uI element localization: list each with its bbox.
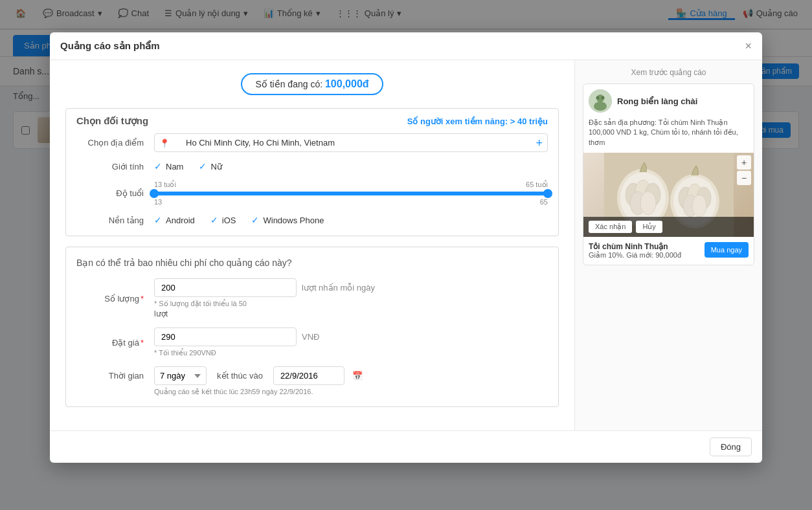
age-labels-top: 13 tuổi 65 tuổi <box>154 181 548 189</box>
modal-close-button[interactable]: × <box>745 40 752 52</box>
location-add-button[interactable]: + <box>536 136 543 150</box>
gender-female-option[interactable]: ✓ Nữ <box>199 161 221 172</box>
gender-row: Giới tính ✓ Nam ✓ Nữ <box>76 161 548 172</box>
audience-title: Chọn đối tượng <box>76 115 148 127</box>
price-label: Đặt giá* <box>76 338 154 348</box>
required-mark: * <box>141 338 144 348</box>
calendar-icon[interactable]: 📅 <box>352 371 363 381</box>
potential-viewers: Số người xem tiềm năng: > 40 triệu <box>407 116 548 126</box>
check-icon: ✓ <box>154 161 162 172</box>
ad-footer: Tỏi chùm Ninh Thuận Giảm 10%. Giá mới: 9… <box>583 237 754 265</box>
avatar <box>589 89 612 113</box>
platform-control: ✓ Android ✓ iOS ✓ Window <box>154 215 548 225</box>
duration-row: Thời gian 7 ngày 14 ngày 30 ngày kết thú… <box>76 366 548 385</box>
duration-select[interactable]: 7 ngày 14 ngày 30 ngày <box>154 366 207 385</box>
buy-now-button[interactable]: Mua ngay <box>705 242 749 258</box>
location-label: Chọn địa điểm <box>76 138 154 148</box>
modal-header: Quảng cáo sản phẩm × <box>50 32 762 60</box>
price-row: Đặt giá* VNĐ * Tối thiểu 290VNĐ <box>76 327 548 357</box>
platform-row: Nền tảng ✓ Android ✓ iOS <box>76 215 548 225</box>
platform-android-label: Android <box>166 216 195 225</box>
age-min-label: 13 <box>154 198 162 206</box>
platform-ios-label: iOS <box>222 216 236 225</box>
platform-android-option[interactable]: ✓ Android <box>154 215 195 225</box>
price-form-control: VNĐ * Tối thiểu 290VNĐ <box>154 327 548 357</box>
check-icon: ✓ <box>210 215 218 225</box>
price-input-group: VNĐ <box>154 327 548 346</box>
price-input[interactable] <box>154 327 297 346</box>
svg-point-4 <box>602 96 605 100</box>
budget-amount: 100,000đ <box>325 78 369 89</box>
ad-preview-card: Rong biển làng chài Đặc sản địa phương: … <box>583 83 754 265</box>
duration-input-group: 7 ngày 14 ngày 30 ngày kết thúc vào 📅 <box>154 366 548 385</box>
age-max-label: 65 <box>540 198 548 206</box>
platform-windows-label: Windows Phone <box>263 216 324 225</box>
slider-thumb-max[interactable] <box>543 189 552 198</box>
svg-point-2 <box>594 102 607 111</box>
slider-track[interactable] <box>154 192 548 195</box>
preview-scroll-area <box>583 265 754 304</box>
gender-male-option[interactable]: ✓ Nam <box>154 161 183 172</box>
platform-options: ✓ Android ✓ iOS ✓ Window <box>154 215 548 225</box>
check-icon: ✓ <box>154 215 162 225</box>
gender-male-label: Nam <box>166 162 183 172</box>
audience-section: Chọn đối tượng Số người xem tiềm năng: >… <box>65 108 559 236</box>
ad-discount: Giảm 10%. Giá mới: 90,000đ <box>589 251 705 260</box>
ad-preview-panel: Xem trước quảng cáo <box>574 60 762 430</box>
quantity-suffix: lượt nhấn mỗi ngày <box>302 283 375 293</box>
svg-point-19 <box>692 195 706 217</box>
platform-windows-option[interactable]: ✓ Windows Phone <box>251 215 324 225</box>
location-row: Chọn địa điểm 📍 Ho Chi Minh City, Ho Chi… <box>76 133 548 152</box>
product-image-container: + − Xác nhận Hủy <box>583 153 754 237</box>
ad-product-name: Tỏi chùm Ninh Thuận <box>589 242 705 251</box>
product-description: Đặc sản địa phương: Tỏi chùm Ninh Thuận … <box>583 118 754 153</box>
quantity-row: Số lượng* lượt nhấn mỗi ngày * Số lượng … <box>76 278 548 318</box>
modal-form: Số tiền đang có: 100,000đ Chọn đối tượng… <box>50 60 574 430</box>
ad-modal: Quảng cáo sản phẩm × Số tiền đang có: 10… <box>50 32 762 463</box>
gender-label: Giới tính <box>76 162 154 172</box>
zoom-in-button[interactable]: + <box>737 155 751 170</box>
age-labels-bottom: 13 65 <box>154 198 548 206</box>
age-control: 13 tuổi 65 tuổi 13 <box>154 181 548 206</box>
avatar-image <box>589 89 612 113</box>
budget-badge: Số tiền đang có: 100,000đ <box>241 73 383 95</box>
modal-footer: Đóng <box>50 430 762 463</box>
check-icon: ✓ <box>251 215 259 225</box>
confirm-button[interactable]: Xác nhận <box>589 221 632 233</box>
location-input[interactable]: Ho Chi Minh City, Ho Chi Minh, Vietnam <box>154 133 548 152</box>
age-row: Độ tuổi 13 tuổi 65 tuổi <box>76 181 548 206</box>
end-date-hint: Quảng cáo sẽ kết thúc lúc 23h59 ngày 22/… <box>76 388 548 396</box>
age-slider[interactable]: 13 tuổi 65 tuổi 13 <box>154 181 548 206</box>
zoom-out-button[interactable]: − <box>737 171 751 185</box>
age-max-top-label: 65 tuổi <box>526 181 548 189</box>
slider-thumb-min[interactable] <box>150 189 159 198</box>
budget-display: Số tiền đang có: 100,000đ <box>65 73 559 95</box>
duration-label: Thời gian <box>76 371 154 381</box>
cancel-button[interactable]: Hủy <box>636 221 662 233</box>
preview-title: Xem trước quảng cáo <box>583 68 754 77</box>
age-min-top-label: 13 tuổi <box>154 181 176 189</box>
close-modal-button[interactable]: Đóng <box>710 438 752 456</box>
location-text: Ho Chi Minh City, Ho Chi Minh, Vietnam <box>174 138 335 148</box>
price-hint: * Tối thiểu 290VNĐ <box>154 349 548 357</box>
check-icon: ✓ <box>199 161 207 172</box>
end-date-label: kết thúc vào <box>217 371 263 381</box>
location-control: 📍 Ho Chi Minh City, Ho Chi Minh, Vietnam… <box>154 133 548 152</box>
potential-value: > 40 triệu <box>510 116 548 126</box>
duration-form-control: 7 ngày 14 ngày 30 ngày kết thúc vào 📅 <box>154 366 548 385</box>
cost-section: Bạn có thể trả bao nhiêu chi phí cho quả… <box>65 247 559 407</box>
modal-title: Quảng cáo sản phẩm <box>60 40 160 52</box>
pin-icon: 📍 <box>159 138 170 148</box>
audience-header: Chọn đối tượng Số người xem tiềm năng: >… <box>66 109 558 133</box>
shop-name: Rong biển làng chài <box>617 96 697 106</box>
quantity-input-group: lượt nhấn mỗi ngày <box>154 278 548 297</box>
ad-card-header: Rong biển làng chài <box>583 84 754 118</box>
quantity-input[interactable] <box>154 278 297 297</box>
gender-female-label: Nữ <box>210 162 221 172</box>
cost-question: Bạn có thể trả bao nhiêu chi phí cho quả… <box>76 258 548 268</box>
required-mark: * <box>141 294 144 304</box>
svg-point-12 <box>640 192 656 215</box>
end-date-input[interactable] <box>273 366 344 385</box>
platform-ios-option[interactable]: ✓ iOS <box>210 215 236 225</box>
age-label: Độ tuổi <box>76 188 154 198</box>
